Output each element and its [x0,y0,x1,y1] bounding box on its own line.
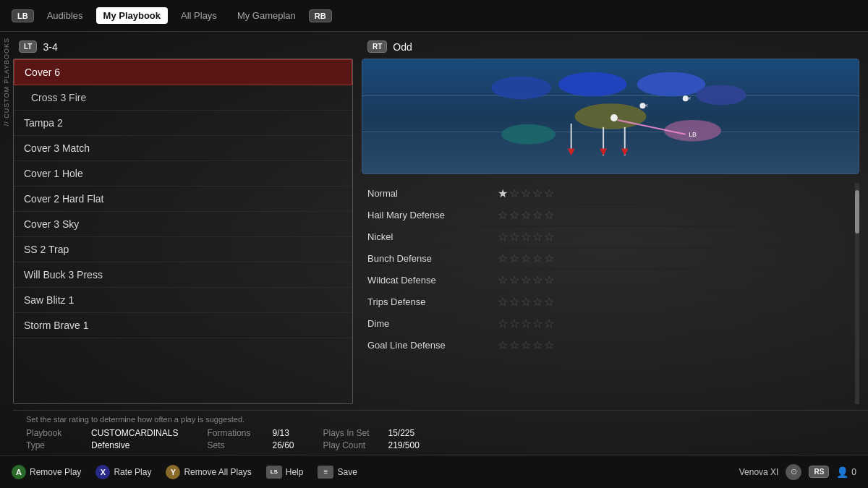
situation-name-bunch: Bunch Defense [367,253,498,264]
situation-name-wildcat: Wildcat Defense [367,275,498,286]
svg-marker-13 [568,148,575,155]
person-icon: 👤 [836,466,848,478]
bottom-bar: A Remove Play X Rate Play Y Remove All P… [0,455,868,488]
stat-group-1: Playbook CUSTOMCARDINALS Type Defensive [26,428,178,450]
svg-point-4 [575,103,647,129]
left-panel: LT 3-4 Cover 6 Cross 3 Fire Tampa 2 Cove… [13,32,353,410]
situation-name-normal: Normal [367,188,498,199]
player-count-group: 👤 0 [836,466,856,478]
situation-dime[interactable]: Dime ☆ ☆ ☆ ☆ ☆ [362,313,859,335]
play-item-cover3match[interactable]: Cover 3 Match [14,136,352,161]
situation-goalline[interactable]: Goal Line Defense ☆ ☆ ☆ ☆ ☆ [362,335,859,356]
play-item-cover6[interactable]: Cover 6 [14,59,352,85]
svg-text:×: × [644,101,648,109]
lt-badge[interactable]: LT [19,40,37,53]
stat-group-3: Plays In Set 15/225 Play Count 219/500 [323,428,420,450]
star-4[interactable]: ☆ [532,187,542,200]
star-1[interactable]: ★ [498,187,508,200]
hint-text: Set the star rating to determine how oft… [26,415,855,424]
play-item-cover1hole[interactable]: Cover 1 Hole [14,161,352,187]
stat-playbook: Playbook CUSTOMCARDINALS [26,428,178,438]
formation-name-header: RT Odd [362,38,859,59]
stars-nickel[interactable]: ☆ ☆ ☆ ☆ ☆ [498,230,554,244]
rs-badge: RS [809,466,829,478]
remove-play-btn[interactable]: A Remove Play [12,465,81,479]
lb-badge[interactable]: LB [12,9,34,22]
star-5[interactable]: ☆ [544,187,554,200]
scrollbar-track[interactable] [855,183,859,404]
remove-all-label: Remove All Plays [184,467,251,477]
stars-normal[interactable]: ★ ☆ ☆ ☆ ☆ [498,187,554,200]
svg-point-2 [637,72,706,97]
play-item-cover3sky[interactable]: Cover 3 Sky [14,212,352,237]
content-row: LT 3-4 Cover 6 Cross 3 Fire Tampa 2 Cove… [13,32,868,410]
star-2[interactable]: ☆ [509,187,519,200]
situation-name-dime: Dime [367,318,498,329]
top-nav: LB Audibles My Playbook All Plays My Gam… [0,0,868,32]
svg-text:LB: LB [689,131,697,138]
stars-hailmary[interactable]: ☆ ☆ ☆ ☆ ☆ [498,208,554,222]
app-container: LB Audibles My Playbook All Plays My Gam… [0,0,868,488]
help-btn[interactable]: LS Help [266,466,304,479]
stars-bunch[interactable]: ☆ ☆ ☆ ☆ ☆ [498,252,554,265]
stat-label-playsinset: Plays In Set [323,428,381,438]
situation-trips[interactable]: Trips Defense ☆ ☆ ☆ ☆ ☆ [362,291,859,313]
save-btn[interactable]: ≡ Save [318,466,357,479]
player-count: 0 [851,467,856,477]
svg-marker-14 [600,148,607,155]
bottom-right: Venova XI ⊙ RS 👤 0 [739,464,856,480]
formation-name: 3-4 [43,41,57,53]
situation-hailmary[interactable]: Hail Mary Defense ☆ ☆ ☆ ☆ ☆ [362,205,859,226]
stars-dime[interactable]: ☆ ☆ ☆ ☆ ☆ [498,317,554,330]
rb-badge[interactable]: RB [309,9,332,22]
nav-tab-audibles[interactable]: Audibles [40,7,90,24]
situation-wildcat[interactable]: Wildcat Defense ☆ ☆ ☆ ☆ ☆ [362,270,859,291]
stars-goalline[interactable]: ☆ ☆ ☆ ☆ ☆ [498,338,554,352]
svg-marker-15 [621,148,629,155]
play-item-tampa2[interactable]: Tampa 2 [14,111,352,136]
stat-playsinset: Plays In Set 15/225 [323,428,420,438]
stat-label-type: Type [26,440,84,450]
bottom-info: Set the star rating to determine how oft… [13,410,868,455]
odd-formation-name: Odd [393,41,412,53]
svg-point-7 [610,114,618,121]
remove-all-plays-btn[interactable]: Y Remove All Plays [166,465,251,479]
stat-label-sets: Sets [207,440,265,450]
situation-normal[interactable]: Normal ★ ☆ ☆ ☆ ☆ [362,183,859,205]
a-button-icon: A [12,465,26,479]
stat-value-playsinset: 15/225 [388,428,415,438]
scrollbar-thumb[interactable] [855,190,859,234]
profile-symbol: ⊙ [791,467,797,476]
svg-point-0 [491,77,551,100]
x-button-icon: X [95,465,110,479]
nav-tab-mygameplan[interactable]: My Gameplan [230,7,303,24]
rate-play-btn[interactable]: X Rate Play [95,465,151,479]
play-item-stormbrave1[interactable]: Storm Brave 1 [14,313,352,338]
formation-header: LT 3-4 [13,38,353,59]
situation-nickel[interactable]: Nickel ☆ ☆ ☆ ☆ ☆ [362,226,859,248]
play-list: Cover 6 Cross 3 Fire Tampa 2 Cover 3 Mat… [13,59,353,404]
play-item-willbuck3press[interactable]: Will Buck 3 Press [14,262,352,288]
rt-badge[interactable]: RT [367,40,387,53]
help-label: Help [286,467,304,477]
user-name: Venova XI [739,467,779,477]
stars-trips[interactable]: ☆ ☆ ☆ ☆ ☆ [498,295,554,309]
stat-type: Type Defensive [26,440,178,450]
remove-play-label: Remove Play [30,467,81,477]
main-content: LT 3-4 Cover 6 Cross 3 Fire Tampa 2 Cove… [0,32,868,455]
play-item-cross3fire[interactable]: Cross 3 Fire [14,85,352,111]
nav-tab-myplaybook[interactable]: My Playbook [96,7,168,24]
play-item-sawblitz1[interactable]: Saw Blitz 1 [14,288,352,313]
stars-wildcat[interactable]: ☆ ☆ ☆ ☆ ☆ [498,273,554,287]
user-profile-icon[interactable]: ⊙ [786,464,801,480]
nav-tab-allplays[interactable]: All Plays [174,7,224,24]
star-3[interactable]: ☆ [521,187,531,200]
stats-row: Playbook CUSTOMCARDINALS Type Defensive … [26,428,855,450]
situation-bunch[interactable]: Bunch Defense ☆ ☆ ☆ ☆ ☆ [362,248,859,270]
ls-button-icon: LS [266,466,282,479]
stat-label-playcount: Play Count [323,440,381,450]
play-item-ss2trap[interactable]: SS 2 Trap [14,237,352,262]
situation-name-goalline: Goal Line Defense [367,340,498,351]
stat-label-formations: Formations [207,428,265,438]
play-item-cover2hardflat[interactable]: Cover 2 Hard Flat [14,187,352,212]
